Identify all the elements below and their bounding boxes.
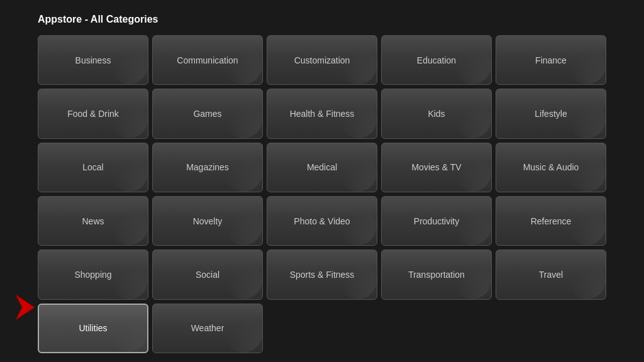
category-btn-business[interactable]: Business xyxy=(38,35,148,85)
page-title: Appstore - All Categories xyxy=(0,0,644,35)
category-btn-finance[interactable]: Finance xyxy=(496,35,606,85)
svg-marker-0 xyxy=(16,295,35,320)
category-btn-travel[interactable]: Travel xyxy=(496,250,606,299)
category-btn-magazines[interactable]: Magazines xyxy=(152,143,263,192)
category-btn-transportation[interactable]: Transportation xyxy=(381,250,492,299)
category-btn-shopping[interactable]: Shopping xyxy=(38,250,148,299)
category-btn-education[interactable]: Education xyxy=(381,35,492,85)
category-btn-games[interactable]: Games xyxy=(152,89,263,138)
category-btn-photo-video[interactable]: Photo & Video xyxy=(267,196,377,246)
category-btn-customization[interactable]: Customization xyxy=(267,35,377,85)
category-btn-utilities[interactable]: Utilities xyxy=(38,304,148,353)
category-btn-novelty[interactable]: Novelty xyxy=(152,196,263,246)
category-grid: BusinessCommunicationCustomizationEducat… xyxy=(0,35,644,353)
category-btn-social[interactable]: Social xyxy=(152,250,263,299)
category-btn-news[interactable]: News xyxy=(38,196,148,246)
category-btn-music-audio[interactable]: Music & Audio xyxy=(496,143,606,192)
category-btn-medical[interactable]: Medical xyxy=(267,143,377,192)
category-btn-sports-fitness[interactable]: Sports & Fitness xyxy=(267,250,377,299)
category-btn-health-fitness[interactable]: Health & Fitness xyxy=(267,89,377,138)
category-btn-food-drink[interactable]: Food & Drink xyxy=(38,89,148,138)
category-btn-lifestyle[interactable]: Lifestyle xyxy=(496,89,606,138)
category-btn-kids[interactable]: Kids xyxy=(381,89,492,138)
category-btn-productivity[interactable]: Productivity xyxy=(381,196,492,246)
category-btn-movies-tv[interactable]: Movies & TV xyxy=(381,143,492,192)
category-btn-communication[interactable]: Communication xyxy=(152,35,263,85)
category-btn-weather[interactable]: Weather xyxy=(152,304,263,353)
category-btn-reference[interactable]: Reference xyxy=(496,196,606,246)
category-btn-local[interactable]: Local xyxy=(38,143,148,192)
